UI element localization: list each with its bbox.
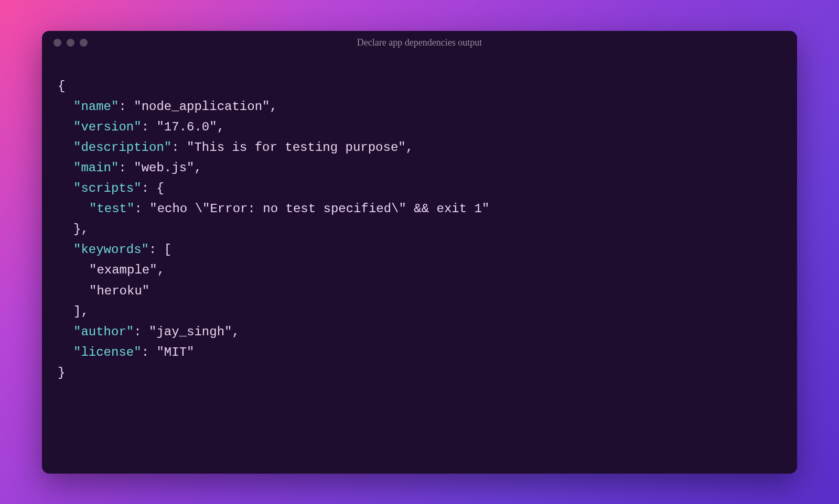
colon: : (142, 120, 157, 134)
minimize-icon[interactable] (67, 39, 74, 47)
comma: , (157, 263, 165, 277)
json-value-name: "node_application" (134, 100, 270, 114)
colon: : (134, 325, 149, 339)
scripts-brace-open: { (156, 181, 164, 195)
json-key-scripts: "scripts" (73, 181, 142, 195)
colon: : (119, 100, 134, 114)
json-value-version: "17.6.0" (156, 120, 217, 134)
comma: , (81, 304, 88, 319)
colon: : (171, 140, 187, 155)
traffic-lights (53, 39, 88, 47)
json-value-license: "MIT" (156, 345, 194, 359)
json-value-description: "This is for testing purpose" (187, 140, 406, 155)
colon: : (134, 202, 149, 216)
titlebar: Declare app dependencies output (42, 31, 797, 55)
comma: , (270, 100, 277, 114)
comma: , (232, 325, 239, 339)
json-key-description: "description" (73, 140, 171, 155)
brace-open: { (58, 79, 65, 93)
scripts-brace-close: } (73, 222, 81, 236)
json-value-author: "jay_singh" (149, 325, 232, 339)
keyword-item: "example" (89, 263, 157, 277)
brace-close: } (58, 366, 65, 380)
json-key-test: "test" (89, 202, 134, 216)
comma: , (81, 222, 88, 236)
json-key-license: "license" (73, 345, 142, 359)
colon: : (149, 243, 164, 257)
json-key-author: "author" (73, 325, 134, 339)
comma: , (406, 140, 413, 155)
close-icon[interactable] (53, 39, 61, 47)
keyword-item: "heroku" (89, 284, 149, 298)
comma: , (217, 120, 224, 134)
window-title: Declare app dependencies output (357, 37, 482, 48)
comma: , (194, 161, 201, 175)
json-value-main: "web.js" (134, 161, 194, 175)
bracket-close: ] (73, 304, 81, 319)
bracket-open: [ (164, 243, 171, 257)
json-key-name: "name" (73, 100, 119, 114)
json-value-test: "echo \"Error: no test specified\" && ex… (149, 202, 489, 216)
maximize-icon[interactable] (80, 39, 88, 47)
colon: : (119, 161, 134, 175)
code-window: Declare app dependencies output { "name"… (42, 31, 797, 474)
json-key-keywords: "keywords" (73, 243, 149, 257)
json-key-main: "main" (73, 161, 119, 175)
json-key-version: "version" (73, 120, 142, 134)
code-content: { "name": "node_application", "version":… (42, 55, 797, 399)
colon: : (142, 181, 157, 195)
colon: : (142, 345, 157, 359)
